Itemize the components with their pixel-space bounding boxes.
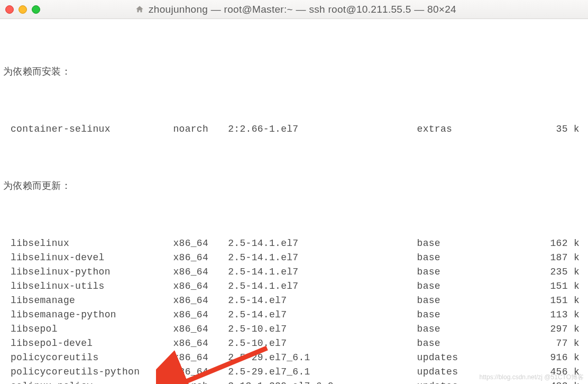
pkg-version: 3.13.1-229.el7_6.9 <box>228 379 417 384</box>
package-row: libsemanagex86_642.5-14.el7base151 k <box>3 294 583 308</box>
pkg-size: 297 k <box>539 322 583 336</box>
pkg-size: 162 k <box>539 236 583 251</box>
pkg-version: 2.5-10.el7 <box>228 322 417 336</box>
pkg-version: 2.5-14.1.el7 <box>228 279 417 294</box>
package-row: libselinux-develx86_642.5-14.1.el7base18… <box>3 251 583 265</box>
pkg-name: libselinux <box>3 236 173 251</box>
pkg-arch: noarch <box>173 122 228 136</box>
pkg-name: policycoreutils <box>3 351 173 365</box>
pkg-repo: base <box>417 236 540 251</box>
package-row: policycoreutilsx86_642.5-29.el7_6.1updat… <box>3 351 583 365</box>
pkg-version: 2.5-14.1.el7 <box>228 251 417 265</box>
pkg-repo: updates <box>417 351 540 365</box>
package-row: libselinuxx86_642.5-14.1.el7base162 k <box>3 236 583 251</box>
pkg-name: container-selinux <box>3 122 173 136</box>
package-list-update: libselinuxx86_642.5-14.1.el7base162 klib… <box>3 236 583 384</box>
pkg-version: 2.5-14.el7 <box>228 294 417 308</box>
pkg-arch: x86_64 <box>173 265 228 279</box>
pkg-version: 2.5-14.el7 <box>228 308 417 322</box>
pkg-repo: base <box>417 265 540 279</box>
package-row: libsemanage-pythonx86_642.5-14.el7base11… <box>3 308 583 322</box>
pkg-arch: x86_64 <box>173 251 228 265</box>
pkg-version: 2.5-29.el7_6.1 <box>228 365 417 379</box>
pkg-version: 2:2.66-1.el7 <box>228 122 417 136</box>
pkg-repo: base <box>417 322 540 336</box>
pkg-version: 2.5-29.el7_6.1 <box>228 351 417 365</box>
package-list-install: container-selinuxnoarch2:2.66-1.el7extra… <box>3 122 583 136</box>
pkg-name: libsepol-devel <box>3 336 173 351</box>
pkg-name: libselinux-utils <box>3 279 173 294</box>
watermark-text: https://blog.csdn.net/zj @51CTO博客 <box>480 373 584 382</box>
pkg-size: 235 k <box>539 265 583 279</box>
pkg-arch: x86_64 <box>173 365 228 379</box>
pkg-arch: x86_64 <box>173 322 228 336</box>
section-header-update: 为依赖而更新： <box>3 179 583 194</box>
pkg-version: 2.5-14.1.el7 <box>228 236 417 251</box>
pkg-arch: x86_64 <box>173 351 228 365</box>
pkg-repo: base <box>417 251 540 265</box>
pkg-arch: x86_64 <box>173 308 228 322</box>
section-header-install: 为依赖而安装： <box>3 65 583 79</box>
package-row: libselinux-utilsx86_642.5-14.1.el7base15… <box>3 279 583 294</box>
window-title-text: zhoujunhong — root@Master:~ — ssh root@1… <box>149 4 456 15</box>
package-row: libselinux-pythonx86_642.5-14.1.el7base2… <box>3 265 583 279</box>
pkg-name: policycoreutils-python <box>3 365 173 379</box>
pkg-name: libsemanage-python <box>3 308 173 322</box>
pkg-size: 77 k <box>539 336 583 351</box>
pkg-name: libsepol <box>3 322 173 336</box>
package-row: container-selinuxnoarch2:2.66-1.el7extra… <box>3 122 583 136</box>
pkg-size: 113 k <box>539 308 583 322</box>
pkg-size: 35 k <box>539 122 583 136</box>
pkg-version: 2.5-10.el7 <box>228 336 417 351</box>
pkg-repo: extras <box>417 122 540 136</box>
pkg-name: libselinux-devel <box>3 251 173 265</box>
package-row: libsepol-develx86_642.5-10.el7base77 k <box>3 336 583 351</box>
window-titlebar: zhoujunhong — root@Master:~ — ssh root@1… <box>0 0 588 19</box>
pkg-arch: x86_64 <box>173 279 228 294</box>
pkg-size: 916 k <box>539 351 583 365</box>
pkg-arch: x86_64 <box>173 336 228 351</box>
pkg-size: 151 k <box>539 279 583 294</box>
pkg-arch: x86_64 <box>173 236 228 251</box>
pkg-size: 187 k <box>539 251 583 265</box>
pkg-arch: x86_64 <box>173 294 228 308</box>
pkg-repo: base <box>417 336 540 351</box>
pkg-repo: base <box>417 279 540 294</box>
window-title: zhoujunhong — root@Master:~ — ssh root@1… <box>8 4 583 15</box>
pkg-repo: base <box>417 294 540 308</box>
pkg-name: libsemanage <box>3 294 173 308</box>
pkg-size: 151 k <box>539 294 583 308</box>
pkg-arch: noarch <box>173 379 228 384</box>
package-row: libsepolx86_642.5-10.el7base297 k <box>3 322 583 336</box>
terminal-output[interactable]: 为依赖而安装： container-selinuxnoarch2:2.66-1.… <box>0 19 588 384</box>
pkg-repo: base <box>417 308 540 322</box>
pkg-version: 2.5-14.1.el7 <box>228 265 417 279</box>
pkg-name: selinux-policy <box>3 379 173 384</box>
home-icon <box>135 5 144 14</box>
pkg-name: libselinux-python <box>3 265 173 279</box>
